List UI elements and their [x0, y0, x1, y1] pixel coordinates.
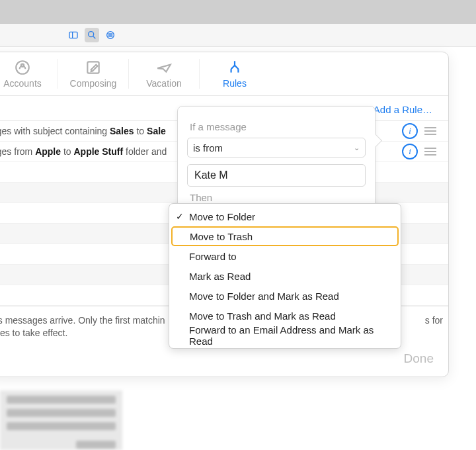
menu-item-forward-mark-read[interactable]: Forward to an Email Address and Mark as … — [169, 326, 401, 345]
rule-text: ages from Apple to Apple Stuff folder an… — [0, 146, 167, 157]
if-label: If a message — [190, 121, 363, 132]
then-label: Then — [190, 192, 363, 203]
condition-value: is from — [193, 142, 223, 154]
tab-label: Vacation — [146, 78, 181, 89]
tab-label: Accounts — [3, 78, 42, 89]
svg-point-2 — [89, 32, 94, 37]
tab-vacation[interactable]: Vacation — [129, 59, 200, 89]
menu-item-move-to-trash[interactable]: Move to Trash — [171, 226, 399, 246]
done-button[interactable]: Done — [404, 351, 434, 366]
menu-item-move-folder-mark-read[interactable]: Move to Folder and Mark as Read — [169, 286, 401, 306]
drag-handle-icon[interactable] — [424, 127, 436, 135]
sidebar-toggle-icon[interactable] — [66, 28, 81, 42]
tab-accounts[interactable]: Accounts — [0, 59, 58, 89]
info-icon[interactable]: i — [402, 123, 418, 139]
toolbar — [0, 24, 476, 47]
svg-rect-0 — [69, 32, 77, 38]
tab-label: Composing — [70, 78, 117, 89]
chevron-down-icon: ⌄ — [354, 144, 360, 152]
menu-item-forward-to[interactable]: Forward to — [169, 246, 401, 266]
action-dropdown-menu: Move to Folder Move to Trash Forward to … — [169, 203, 401, 349]
menu-item-move-to-folder[interactable]: Move to Folder — [169, 206, 401, 226]
info-icon[interactable]: i — [402, 144, 418, 159]
settings-tabs: Accounts Composing Vacation Rules — [0, 52, 448, 96]
svg-line-3 — [93, 36, 95, 38]
rule-text: ages with subject containing Sales to Sa… — [0, 126, 166, 136]
condition-select[interactable]: is from ⌄ — [187, 138, 366, 158]
menu-item-mark-as-read[interactable]: Mark as Read — [169, 266, 401, 286]
tab-composing[interactable]: Composing — [58, 59, 129, 89]
tab-rules[interactable]: Rules — [200, 59, 270, 89]
condition-value-field[interactable]: Kate M — [187, 164, 366, 187]
search-icon[interactable] — [85, 28, 99, 42]
background-message-preview — [0, 390, 122, 450]
list-icon[interactable] — [103, 28, 118, 42]
window-titlebar — [0, 0, 476, 24]
rule-editor-popover: If a message is from ⌄ Kate M Then — [177, 106, 376, 218]
drag-handle-icon[interactable] — [424, 148, 436, 156]
add-rule-button[interactable]: Add a Rule… — [374, 104, 432, 115]
menu-item-move-trash-mark-read[interactable]: Move to Trash and Mark as Read — [169, 306, 401, 326]
tab-label: Rules — [223, 78, 247, 89]
